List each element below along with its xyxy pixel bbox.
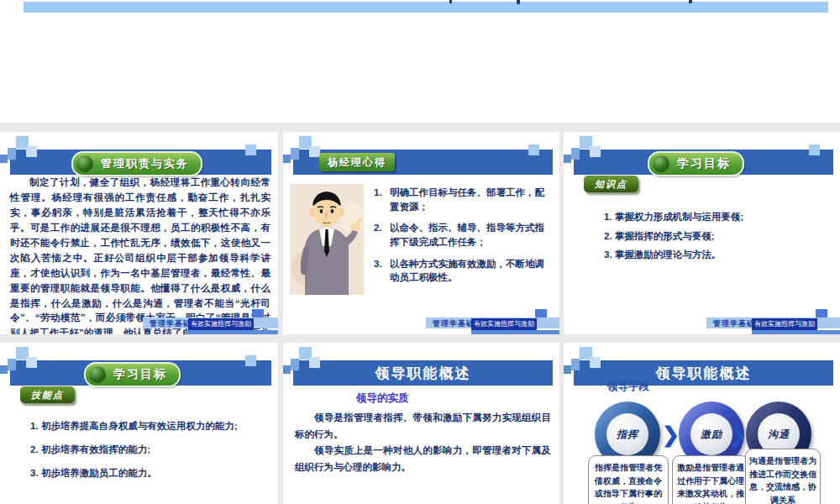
decoration-square — [245, 144, 256, 155]
pill-dot-icon — [89, 366, 106, 383]
slide-thumbnail-leadership-overview-means[interactable]: 领导职能概述 领导手段 指挥 ❯ 激励 ❯ 沟通 指挥是指管理者凭借权威，直接命… — [564, 343, 840, 504]
section-subtitle: 领导的实质 — [356, 391, 409, 406]
slide-thumbnail-management-duties[interactable]: 管理职责与实务 制定了计划，健全了组织，杨经理将工作重心转向经常性管理。杨经理有… — [0, 132, 278, 334]
pill-dot-icon — [76, 155, 93, 172]
communication-description-box: 沟通是指管理者为推进工作而交换信息，交流情感，协调关系 — [745, 449, 821, 504]
cut-slide-bottom-band — [24, 2, 828, 13]
slide-thumbnail-manager-insights[interactable]: 杨经理心得 — [283, 132, 559, 334]
item-number: 2. — [374, 221, 382, 235]
slide-thumbnail-learning-goals-knowledge[interactable]: 学习目标 知识点 1. 掌握权力形成机制与运用要领; 2. 掌握指挥的形式与要领… — [564, 132, 840, 334]
partial-slide-top[interactable] — [0, 0, 840, 123]
motivation-circle-label: 激励 — [690, 413, 732, 455]
list-item: 2. 以命令、指示、辅导、指导等方式指挥下级完成工作任务； — [374, 221, 553, 249]
manager-cartoon-image — [290, 184, 364, 295]
footer-module-name: 有效实施指挥与激励 — [188, 318, 254, 330]
decoration-square — [809, 144, 820, 155]
cut-off-text-mark — [517, 0, 520, 4]
insight-list: 1. 明确工作目标与任务、部署工作，配置资源； 2. 以命令、指示、辅导、指导等… — [374, 186, 553, 292]
pill-dot-icon — [653, 155, 669, 172]
arrow-right-icon: ❯ — [729, 423, 747, 447]
arrow-right-icon: ❯ — [662, 423, 680, 447]
paragraph: 领导实质上是一种对他人的影响力，即管理者对下属及组织行为与心理的影响力。 — [295, 443, 551, 475]
footer-course-name: 管理学基础 — [150, 318, 192, 329]
slide-title-pill: 学习目标 — [648, 151, 744, 176]
skill-list: 1. 初步培养提高自身权威与有效运用权力的能力; 2. 初步培养有效指挥的能力;… — [30, 420, 238, 485]
slide-grid-view: 管理职责与实务 制定了计划，健全了组织，杨经理将工作重心转向经常性管理。杨经理有… — [0, 0, 840, 504]
slide-title-pill: 管理职责与实务 — [71, 151, 202, 176]
slide-title-pill: 杨经理心得 — [319, 153, 395, 171]
decoration-square — [26, 146, 37, 157]
decoration-square — [291, 148, 299, 160]
item-number: 1. — [374, 186, 382, 200]
footer-course-name: 管理学基础 — [433, 318, 475, 329]
decoration-square — [283, 155, 291, 163]
list-item: 3. 以各种方式实施有效激励，不断地调动员工积极性。 — [374, 257, 553, 285]
item-number: 3. — [374, 257, 382, 271]
decoration-square — [8, 148, 16, 160]
slide-title: 学习目标 — [677, 156, 731, 171]
means-section-label: 领导手段 — [607, 380, 649, 394]
slide-title: 领导职能概述 — [293, 364, 553, 384]
decoration-square — [571, 148, 580, 160]
footer-module-name: 有效实施指挥与激励 — [471, 318, 537, 330]
list-item: 2. 掌握指挥的形式与要领; — [604, 229, 743, 244]
slide-thumbnail-learning-goals-skills[interactable]: 学习目标 技能点 1. 初步培养提高自身权威与有效运用权力的能力; 2. 初步培… — [0, 343, 278, 504]
cut-off-text-mark — [449, 0, 452, 3]
list-item: 1. 初步培养提高自身权威与有效运用权力的能力; — [30, 420, 238, 433]
footer-strip — [188, 330, 278, 334]
footer-strip — [471, 330, 559, 334]
decoration-square — [564, 365, 571, 374]
slide-thumbnail-leadership-overview-essence[interactable]: 领导职能概述 领导的实质 领导是指管理者指挥、带领和激励下属努力实现组织目标的行… — [283, 343, 559, 504]
paragraph: 领导是指管理者指挥、带领和激励下属努力实现组织目标的行为。 — [295, 410, 551, 443]
command-circle-label: 指挥 — [606, 413, 648, 455]
decoration-square — [8, 359, 16, 370]
decoration-square — [0, 365, 8, 374]
decoration-square — [590, 146, 601, 157]
slide-title: 学习目标 — [113, 367, 167, 382]
footer-strip — [752, 330, 840, 334]
slide-title: 杨经理心得 — [328, 155, 386, 170]
decoration-square — [528, 144, 539, 155]
decoration-square — [245, 355, 256, 366]
decoration-square — [26, 357, 37, 368]
list-item: 2. 初步培养有效指挥的能力; — [30, 444, 238, 456]
item-text: 以命令、指示、辅导、指导等方式指挥下级完成工作任务； — [390, 223, 544, 247]
command-description-box: 指挥是指管理者凭借权威，直接命令或指导下属行事的行为 — [588, 455, 669, 504]
body-paragraphs: 领导是指管理者指挥、带领和激励下属努力实现组织目标的行为。 领导实质上是一种对他… — [295, 410, 551, 475]
list-item: 3. 初步培养激励员工的能力。 — [30, 467, 238, 480]
decoration-square — [564, 155, 571, 163]
decoration-square — [0, 155, 8, 163]
slide-title: 管理职责与实务 — [101, 156, 189, 171]
list-item: 3. 掌握激励的理论与方法。 — [604, 248, 743, 262]
item-text: 明确工作目标与任务、部署工作，配置资源； — [390, 187, 544, 212]
motivation-description-box: 激励是指管理者通过作用于下属心理来激发其动机，推动其行为 — [672, 455, 749, 504]
knowledge-list: 1. 掌握权力形成机制与运用要领; 2. 掌握指挥的形式与要领; 3. 掌握激励… — [604, 210, 743, 267]
skill-points-tag: 技能点 — [20, 386, 75, 403]
list-item: 1. 明确工作目标与任务、部署工作，配置资源； — [374, 186, 553, 213]
footer-module-name: 有效实施指挥与激励 — [752, 318, 817, 330]
item-text: 以各种方式实施有效激励，不断地调动员工积极性。 — [390, 259, 544, 283]
footer-course-name: 管理学基础 — [713, 318, 755, 329]
case-paragraph: 制定了计划，健全了组织，杨经理将工作重心转向经常性管理。杨经理有很强的工作责任感… — [10, 176, 270, 334]
knowledge-points-tag: 知识点 — [584, 176, 638, 192]
slide-title-pill: 学习目标 — [84, 362, 181, 387]
list-item: 1. 掌握权力形成机制与运用要领; — [604, 210, 743, 224]
decoration-square — [283, 365, 291, 374]
cut-off-text-mark — [689, 0, 692, 3]
